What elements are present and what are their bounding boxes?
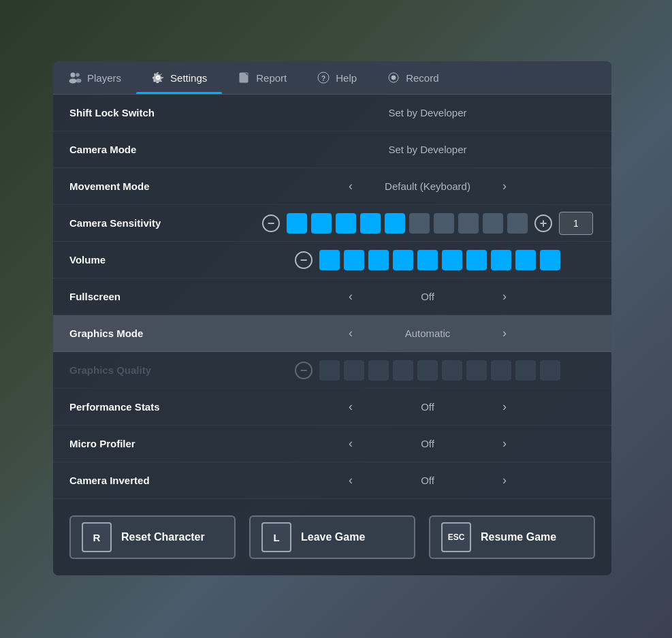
dot-9 — [483, 213, 503, 234]
shift-lock-control: Set by Developer — [260, 107, 595, 118]
camera-mode-value: Set by Developer — [366, 144, 489, 155]
tab-record[interactable]: Record — [372, 61, 453, 94]
graphics-quality-minus: − — [295, 362, 313, 379]
tab-help[interactable]: ? Help — [302, 61, 372, 94]
reset-character-button[interactable]: R Reset Character — [69, 515, 236, 559]
gq-dot-8 — [491, 360, 511, 381]
graphics-mode-control: ‹ Automatic › — [260, 323, 595, 343]
movement-mode-prev[interactable]: ‹ — [343, 176, 358, 196]
graphics-mode-next[interactable]: › — [497, 323, 512, 343]
camera-sensitivity-minus[interactable]: − — [262, 214, 280, 232]
volume-minus[interactable]: − — [295, 251, 313, 269]
svg-point-0 — [71, 73, 76, 78]
vol-dot-3 — [368, 250, 389, 270]
tab-players[interactable]: Players — [53, 61, 136, 94]
camera-mode-control: Set by Developer — [260, 144, 595, 155]
leave-game-label: Leave Game — [301, 531, 365, 543]
setting-row-micro-profiler: Micro Profiler ‹ Off › — [53, 426, 611, 462]
fullscreen-control: ‹ Off › — [260, 287, 595, 306]
camera-inverted-value: Off — [366, 475, 489, 486]
players-icon — [68, 71, 82, 84]
camera-sensitivity-dots — [287, 213, 528, 234]
tab-record-label: Record — [406, 72, 438, 84]
dot-10 — [507, 213, 528, 234]
micro-profiler-value: Off — [366, 438, 489, 449]
gq-dot-1 — [319, 360, 340, 381]
gq-dot-5 — [417, 360, 438, 381]
micro-profiler-label: Micro Profiler — [69, 438, 260, 449]
dot-5 — [385, 213, 405, 234]
movement-mode-value: Default (Keyboard) — [366, 180, 489, 192]
vol-dot-10 — [540, 250, 560, 270]
shift-lock-label: Shift Lock Switch — [69, 107, 260, 118]
camera-mode-label: Camera Mode — [69, 144, 260, 155]
svg-point-2 — [76, 73, 80, 77]
resume-game-key: ESC — [441, 522, 471, 552]
svg-marker-6 — [244, 73, 248, 76]
performance-stats-next[interactable]: › — [497, 397, 512, 417]
volume-slider: − — [295, 250, 560, 270]
tab-report[interactable]: Report — [222, 61, 302, 94]
fullscreen-prev[interactable]: ‹ — [343, 287, 358, 306]
fullscreen-next[interactable]: › — [497, 287, 512, 306]
graphics-mode-label: Graphics Mode — [69, 328, 260, 339]
resume-game-button[interactable]: ESC Resume Game — [429, 515, 595, 559]
dot-4 — [360, 213, 381, 234]
performance-stats-value: Off — [366, 401, 489, 413]
graphics-mode-prev[interactable]: ‹ — [343, 323, 358, 343]
micro-profiler-next[interactable]: › — [497, 434, 512, 453]
vol-dot-5 — [417, 250, 438, 270]
micro-profiler-control: ‹ Off › — [260, 434, 595, 453]
camera-sensitivity-label: Camera Sensitivity — [69, 217, 260, 229]
vol-dot-4 — [393, 250, 413, 270]
volume-label: Volume — [69, 254, 260, 266]
tab-settings-label: Settings — [170, 72, 207, 84]
setting-row-fullscreen: Fullscreen ‹ Off › — [53, 278, 611, 315]
help-icon: ? — [317, 71, 330, 84]
vol-dot-8 — [491, 250, 511, 270]
camera-sensitivity-plus[interactable]: + — [534, 214, 552, 232]
setting-row-graphics-quality: Graphics Quality − — [53, 352, 611, 389]
graphics-mode-value: Automatic — [366, 328, 489, 339]
dot-2 — [311, 213, 332, 234]
settings-icon — [151, 71, 165, 84]
gq-dot-6 — [442, 360, 462, 381]
gq-dot-9 — [515, 360, 536, 381]
tab-report-label: Report — [256, 72, 287, 84]
menu-container: Players Settings — [53, 61, 611, 575]
svg-point-12 — [391, 76, 396, 80]
camera-sensitivity-slider: − + — [262, 212, 593, 235]
record-icon — [387, 71, 400, 84]
graphics-quality-control: − — [260, 360, 595, 381]
movement-mode-next[interactable]: › — [497, 176, 512, 196]
gq-dot-10 — [540, 360, 560, 381]
setting-row-camera-sensitivity: Camera Sensitivity − — [53, 205, 611, 242]
tab-settings[interactable]: Settings — [136, 61, 222, 94]
setting-row-movement-mode: Movement Mode ‹ Default (Keyboard) › — [53, 168, 611, 205]
dot-7 — [434, 213, 454, 234]
tab-bar: Players Settings — [53, 61, 611, 95]
fullscreen-value: Off — [366, 291, 489, 302]
dot-3 — [336, 213, 356, 234]
leave-game-button[interactable]: L Leave Game — [249, 515, 415, 559]
gq-dot-4 — [393, 360, 413, 381]
camera-sensitivity-input[interactable] — [559, 212, 593, 235]
gq-dot-2 — [344, 360, 364, 381]
setting-row-camera-mode: Camera Mode Set by Developer — [53, 131, 611, 168]
setting-row-performance-stats: Performance Stats ‹ Off › — [53, 389, 611, 426]
camera-inverted-prev[interactable]: ‹ — [343, 470, 358, 490]
performance-stats-prev[interactable]: ‹ — [343, 397, 358, 417]
camera-inverted-next[interactable]: › — [497, 470, 512, 490]
vol-dot-2 — [344, 250, 364, 270]
movement-mode-control: ‹ Default (Keyboard) › — [260, 176, 595, 196]
setting-row-shift-lock: Shift Lock Switch Set by Developer — [53, 95, 611, 131]
setting-row-camera-inverted: Camera Inverted ‹ Off › — [53, 462, 611, 499]
vol-dot-1 — [319, 250, 340, 270]
camera-inverted-label: Camera Inverted — [69, 475, 260, 486]
micro-profiler-prev[interactable]: ‹ — [343, 434, 358, 453]
svg-point-3 — [76, 79, 82, 83]
resume-game-label: Resume Game — [481, 531, 556, 543]
fullscreen-label: Fullscreen — [69, 291, 260, 302]
settings-body: Shift Lock Switch Set by Developer Camer… — [53, 95, 611, 499]
tab-players-label: Players — [87, 72, 121, 84]
